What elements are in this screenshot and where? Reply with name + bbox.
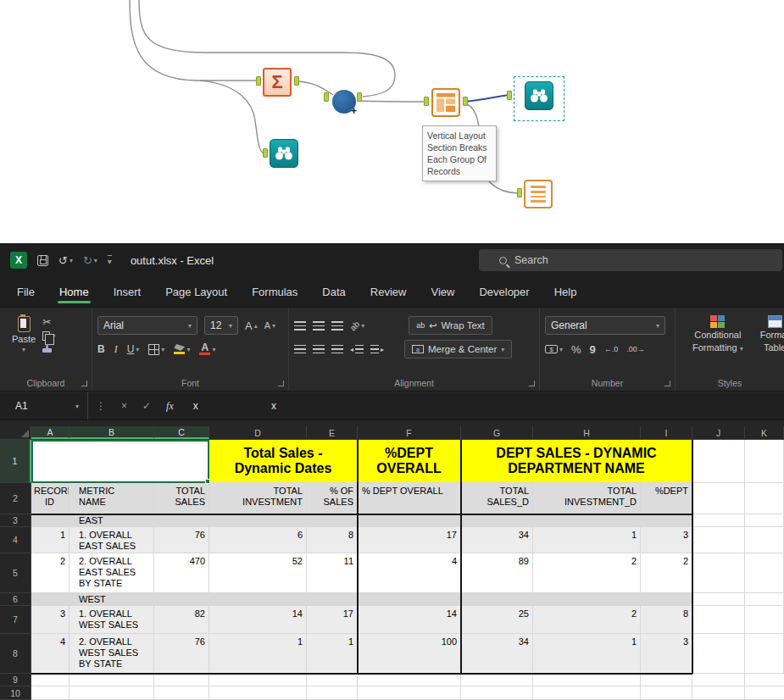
cell-D5[interactable]: 52 — [209, 553, 307, 593]
empty-row-10[interactable] — [31, 686, 784, 700]
comma-style-button[interactable]: 9 — [590, 343, 596, 356]
row-header-10[interactable]: 10 — [0, 686, 31, 700]
cell-E8[interactable]: 1 — [307, 634, 358, 674]
dialog-launcher-icon[interactable] — [81, 381, 87, 386]
tab-file[interactable]: File — [15, 277, 36, 307]
cell-H8[interactable]: 1 — [533, 634, 641, 674]
cell-G7[interactable]: 25 — [461, 606, 533, 634]
increase-indent-button[interactable]: ▸ — [370, 345, 384, 354]
column-header-J[interactable]: J — [692, 426, 745, 439]
font-name-select[interactable]: Arial▾ — [97, 316, 197, 335]
cell-K7[interactable] — [745, 606, 784, 634]
insert-function-button[interactable]: fx — [158, 400, 181, 413]
cell-H2[interactable]: TOTAL INVESTMENT_D — [533, 483, 641, 514]
cell-H5[interactable]: 2 — [533, 553, 641, 593]
cell-J6[interactable] — [692, 593, 745, 606]
cell-F8[interactable]: 100 — [358, 634, 461, 674]
cell-K4[interactable] — [745, 527, 784, 553]
cell-J3[interactable] — [692, 514, 745, 527]
cell-C8[interactable]: 76 — [154, 634, 209, 674]
cell-I4[interactable]: 3 — [641, 527, 692, 553]
number-format-select[interactable]: General▾ — [545, 316, 665, 335]
cell-H4[interactable]: 1 — [533, 527, 641, 553]
cell-G2[interactable]: TOTAL SALES_D — [461, 483, 533, 514]
cell-B5[interactable]: 2. OVERALL EAST SALES BY STATE — [70, 553, 154, 593]
cell-F5[interactable]: 4 — [358, 553, 461, 593]
save-icon[interactable] — [37, 255, 48, 266]
cell-K8[interactable] — [745, 634, 784, 674]
tab-developer[interactable]: Developer — [477, 277, 531, 307]
confirm-entry-button[interactable]: ✓ — [135, 400, 158, 412]
tab-data[interactable]: Data — [320, 277, 347, 307]
cell-J8[interactable] — [692, 634, 745, 674]
paste-button[interactable]: Paste ▾ — [5, 313, 42, 357]
banner-dept-sales-dynamic[interactable]: DEPT SALES - DYNAMIC DEPARTMENT NAME — [461, 440, 692, 483]
align-top-button[interactable] — [294, 321, 306, 331]
font-size-select[interactable]: 12▾ — [204, 316, 238, 335]
row-header-5[interactable]: 5 — [0, 553, 31, 593]
cell-D8[interactable]: 1 — [209, 634, 307, 674]
empty-row-9[interactable] — [31, 674, 784, 686]
align-middle-button[interactable] — [313, 321, 325, 331]
decrease-decimal-button[interactable]: .00→ — [626, 345, 645, 353]
cell-D4[interactable]: 6 — [209, 527, 307, 553]
cell-J7[interactable] — [692, 606, 745, 634]
cell-E4[interactable]: 8 — [307, 527, 358, 553]
tab-insert[interactable]: Insert — [112, 277, 143, 307]
cell-B7[interactable]: 1. OVERALL WEST SALES — [70, 606, 154, 634]
browse-tool-icon[interactable] — [270, 139, 298, 168]
cell-B2[interactable]: METRIC NAME — [70, 483, 154, 514]
cell-C2[interactable]: TOTAL SALES — [154, 483, 209, 514]
tab-review[interactable]: Review — [369, 277, 409, 307]
cell-K5[interactable] — [745, 553, 784, 593]
accounting-format-button[interactable]: $▾ — [545, 345, 563, 353]
cell-I5[interactable]: 2 — [641, 553, 692, 593]
cell-F7[interactable]: 14 — [358, 606, 461, 634]
cancel-entry-button[interactable]: × — [114, 400, 135, 412]
banner-total-sales[interactable]: Total Sales - Dynamic Dates — [209, 440, 358, 483]
search-input[interactable]: Search — [479, 249, 782, 271]
cell-A7[interactable]: 3 — [31, 606, 70, 634]
dialog-launcher-icon[interactable] — [278, 381, 284, 386]
cell-K1[interactable] — [745, 440, 784, 483]
cell-C5[interactable]: 470 — [154, 553, 209, 593]
cell-J4[interactable] — [692, 527, 745, 553]
row-header-6[interactable]: 6 — [0, 593, 31, 606]
cell-K2[interactable] — [745, 483, 784, 514]
cell-I2[interactable]: %DEPT — [641, 483, 692, 514]
cell-K6[interactable] — [745, 593, 784, 606]
fill-color-button[interactable]: ▾ — [174, 344, 190, 354]
format-painter-button[interactable] — [42, 344, 55, 353]
dialog-launcher-icon[interactable] — [529, 381, 535, 386]
tab-formulas[interactable]: Formulas — [250, 277, 299, 307]
conditional-formatting-button[interactable]: Conditional Formatting ▾ — [686, 313, 750, 357]
font-color-button[interactable]: A▾ — [199, 343, 215, 355]
render-tool-icon[interactable] — [524, 180, 553, 208]
column-header-G[interactable]: G — [461, 426, 533, 439]
undo-button[interactable]: ↺▾ — [58, 254, 73, 267]
cell-I8[interactable]: 3 — [641, 634, 692, 674]
cell-A8[interactable]: 4 — [31, 634, 70, 674]
layout-tool-icon[interactable] — [431, 88, 460, 117]
column-header-A[interactable]: A — [31, 426, 70, 439]
cell-J5[interactable] — [692, 553, 745, 593]
grow-font-button[interactable]: A▴ — [245, 319, 258, 332]
column-header-H[interactable]: H — [533, 426, 641, 439]
cell-E2[interactable]: % OF SALES — [307, 483, 358, 514]
row-header-2[interactable]: 2 — [0, 483, 31, 514]
cell-K3[interactable] — [745, 514, 784, 527]
orientation-button[interactable]: ab▾ — [350, 321, 364, 331]
align-bottom-button[interactable] — [331, 321, 343, 331]
customize-quick-access-button[interactable]: ▾ — [108, 255, 112, 266]
summarize-tool-icon[interactable]: Σ — [263, 68, 292, 97]
cell-D2[interactable]: TOTAL INVESTMENT — [209, 483, 307, 514]
excel-logo-icon[interactable]: X — [10, 252, 27, 269]
cell-I7[interactable]: 8 — [641, 606, 692, 634]
increase-decimal-button[interactable]: ←.0 — [604, 345, 619, 353]
align-center-button[interactable] — [313, 345, 325, 354]
column-header-C[interactable]: C — [154, 426, 209, 439]
align-left-button[interactable] — [294, 345, 306, 354]
cell-A4[interactable]: 1 — [31, 527, 70, 553]
cell-F2[interactable]: % DEPT OVERALL — [358, 483, 461, 514]
column-header-E[interactable]: E — [307, 426, 358, 439]
